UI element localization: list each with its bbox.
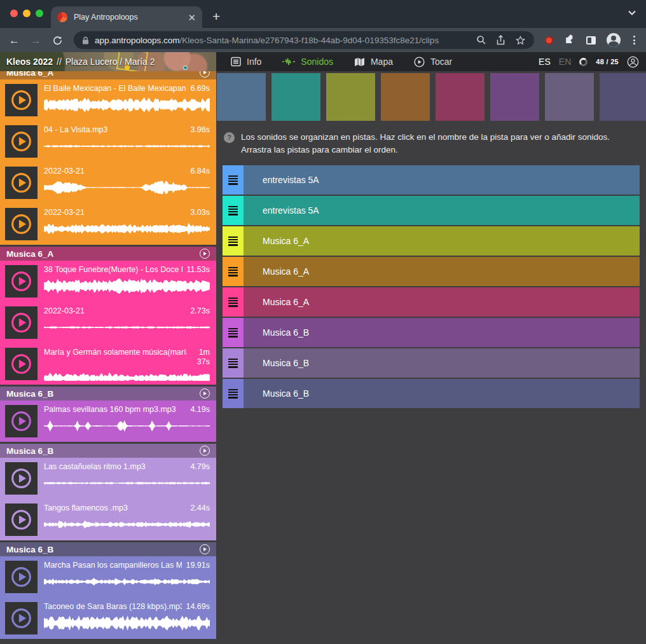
color-swatch[interactable] [436,73,484,121]
track-section-header[interactable]: Musica 6_B [0,542,216,556]
section-play-icon[interactable] [200,388,210,399]
track-row[interactable]: entrevistas 5A [223,165,640,195]
track-section-title: Musica 6_B [6,389,53,399]
clip-play-button[interactable] [5,462,38,495]
track-row[interactable]: Musica 6_A [223,287,640,317]
clip-row[interactable]: Las castañuelas ritmo 1.mp34.79s [0,458,216,499]
clip-play-button[interactable] [5,208,38,240]
profile-avatar[interactable] [607,33,621,47]
browser-menu-icon[interactable] [631,36,637,45]
color-swatch[interactable] [545,73,594,121]
track-row[interactable]: Musica 6_B [223,379,640,408]
drag-handle-icon [228,357,238,369]
clip-waveform [44,97,210,113]
track-drag-handle[interactable] [223,287,244,317]
clip-play-button[interactable] [5,504,38,536]
side-panel-icon[interactable] [586,36,596,45]
lang-es[interactable]: ES [539,57,551,67]
track-drag-handle[interactable] [223,379,244,408]
track-drag-handle[interactable] [223,318,244,347]
tab-search-chevron-icon[interactable] [628,10,636,15]
clip-play-button[interactable] [5,348,38,380]
clip-row[interactable]: 04 - La Visita.mp33.96s [0,121,216,162]
clip-row[interactable]: 38 Toque Funebre(Muerte) - Los Doce Par.… [0,261,216,302]
address-bar[interactable]: app.antropoloops.com/Kleos-Santa-Marina/… [74,31,534,49]
color-swatch[interactable] [600,73,646,121]
clip-row[interactable]: Tangos flamencos .mp32.44s [0,499,216,540]
track-drag-handle[interactable] [223,196,244,225]
clip-play-button[interactable] [5,84,38,116]
clip-row[interactable]: Marcha Pasan los campanilleros Las Mejor… [0,556,216,598]
drag-handle-icon [228,235,238,247]
track-row[interactable]: Musica 6_A [223,226,640,256]
tab-label: Sonidos [301,57,333,67]
breadcrumb-project[interactable]: Kleos 2022 [6,57,53,67]
color-swatch[interactable] [217,73,266,121]
section-play-icon[interactable] [200,446,210,456]
color-swatch[interactable] [271,73,320,121]
clip-title: El Baile Mexicapan - El Baile Mexicapan.… [44,84,186,93]
track-drag-handle[interactable] [223,257,244,286]
new-tab-button[interactable]: + [212,10,220,23]
tab-tocar[interactable]: Tocar [414,57,452,67]
tab-mapa[interactable]: Mapa [354,57,393,67]
back-button[interactable]: ← [9,35,20,46]
section-play-icon[interactable] [200,249,210,259]
browser-tab[interactable]: Play Antropoloops ✕ [51,6,202,28]
color-swatch[interactable] [326,73,375,121]
track-section-header[interactable]: Musica 6_B [0,387,216,401]
clip-waveform [44,278,210,294]
clip-row[interactable]: Taconeo de Sara Baras (128 kbps).mp314.6… [0,598,216,639]
track-row[interactable]: Musica 6_B [223,348,640,378]
window-minimize-button[interactable] [23,10,31,17]
forward-button[interactable]: → [31,35,41,46]
share-icon[interactable] [496,35,505,45]
zoom-search-icon[interactable] [476,35,486,45]
clip-play-button[interactable] [5,265,38,298]
window-controls[interactable] [10,10,43,17]
clip-play-button[interactable] [5,306,38,339]
track-drag-handle[interactable] [223,226,244,256]
color-swatch[interactable] [381,73,430,121]
reload-button[interactable] [52,35,63,46]
section-play-icon[interactable] [200,71,210,78]
clip-row[interactable]: 2022-03-213.03s [0,203,216,245]
tab-close-icon[interactable]: ✕ [188,13,196,22]
play-icon [10,311,33,334]
extensions-puzzle-icon[interactable] [564,34,575,46]
tab-sonidos[interactable]: Sonidos [282,57,333,67]
clip-row[interactable]: 2022-03-212.73s [0,302,216,343]
lang-en[interactable]: EN [559,57,571,67]
tracks-panel: ? Los sonidos se organizan en pistas. Ha… [216,71,646,644]
loop-counter: 48 / 25 [596,58,619,65]
clip-row[interactable]: María y Germán solamente música(maría 2.… [0,343,216,385]
color-swatch[interactable] [490,73,539,121]
track-section-header[interactable]: Musica 6_A [0,71,216,79]
help-text: Los sonidos se organizan en pistas. Haz … [241,131,637,156]
clip-play-button[interactable] [5,405,38,437]
clip-play-button[interactable] [5,167,38,199]
window-close-button[interactable] [10,10,18,17]
clip-play-button[interactable] [5,125,38,158]
clip-row[interactable]: El Baile Mexicapan - El Baile Mexicapan.… [0,79,216,121]
track-drag-handle[interactable] [223,165,244,195]
clip-play-button[interactable] [5,561,38,593]
account-icon[interactable] [627,56,639,68]
breadcrumb-location[interactable]: Plaza Lucero / María 2 [65,57,155,67]
track-row[interactable]: Musica 6_A [223,257,640,286]
recording-indicator-icon[interactable] [545,36,553,45]
clip-play-button[interactable] [5,602,38,634]
bookmark-star-icon[interactable] [515,35,526,46]
track-section-header[interactable]: Musica 6_A [0,247,216,261]
clip-row[interactable]: 2022-03-216.84s [0,162,216,203]
map-thumbnail[interactable]: Kleos 2022 // Plaza Lucero / María 2 [0,52,216,71]
clip-row[interactable]: Palmas sevillanas 160 bpm mp3.mp34.19s [0,401,216,442]
track-section-header[interactable]: Musica 6_B [0,444,216,458]
tab-info[interactable]: Info [231,57,261,67]
track-drag-handle[interactable] [223,348,244,378]
clip-duration: 6.84s [190,167,210,176]
window-maximize-button[interactable] [36,10,43,17]
track-row[interactable]: entrevistas 5A [223,196,640,225]
section-play-icon[interactable] [200,544,210,554]
track-row[interactable]: Musica 6_B [223,318,640,347]
